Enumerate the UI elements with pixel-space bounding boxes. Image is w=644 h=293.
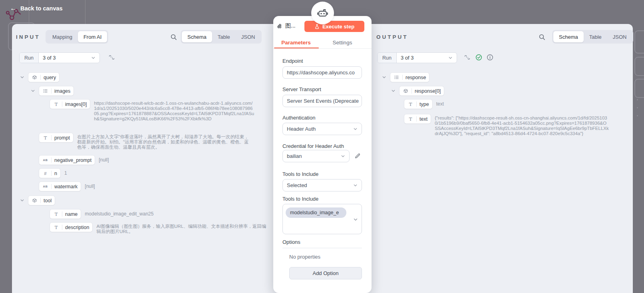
- field-name: prompt: [54, 135, 70, 141]
- credential-value: bailian: [287, 153, 302, 159]
- tab-input-table[interactable]: Table: [212, 31, 236, 42]
- tree-row-prompt[interactable]: Tprompt 在图片上方加入文字"你看这落叶，虽然离开了大树，却滋养了大地。每…: [39, 133, 253, 150]
- execute-step-label: Execute step: [322, 24, 354, 30]
- tree-row-n[interactable]: #n 1: [39, 169, 67, 178]
- chevron-down-icon: [353, 217, 358, 222]
- field-name: response[0]: [415, 88, 441, 94]
- text-type-icon: T: [53, 102, 59, 107]
- field-name: type: [419, 102, 429, 107]
- tree-row-response[interactable]: response: [382, 73, 429, 82]
- info-icon[interactable]: [487, 54, 493, 61]
- tree-row-response0[interactable]: response[0]: [391, 86, 444, 96]
- input-mode-toggle: Mapping From AI: [46, 30, 108, 44]
- options-divider: [282, 248, 362, 248]
- text-type-icon: T: [407, 102, 413, 107]
- tab-mapping[interactable]: Mapping: [47, 31, 78, 42]
- field-name: n: [54, 171, 57, 176]
- chevron-down-icon[interactable]: [391, 89, 396, 93]
- canvas-wire: [85, 0, 85, 24]
- authentication-select[interactable]: Header Auth: [282, 123, 362, 135]
- unlink-runs-icon[interactable]: [109, 54, 115, 60]
- input-view-switch: Schema Table JSON: [181, 30, 262, 44]
- canvas-node-ghost: [634, 57, 644, 76]
- endpoint-input[interactable]: https://dashscope.aliyuncs.co: [282, 66, 362, 79]
- text-type-icon: T: [42, 135, 48, 141]
- field-value: 在图片上方加入文字"你看这落叶，虽然离开了大树，却滋养了大地。每一次的结束，都是…: [77, 133, 253, 150]
- tab-output-json[interactable]: JSON: [607, 31, 632, 42]
- field-value: {"results": ["https://dashscope-result-s…: [435, 114, 609, 136]
- node-settings-dialog: 图... Execute step Parameters Settings En…: [273, 16, 372, 293]
- field-name: description: [65, 225, 89, 230]
- workflow-step-view: ← Back to canvas INPUT Mapping From AI S…: [0, 0, 644, 293]
- input-run-selector[interactable]: Run 3 of 3: [19, 52, 100, 63]
- output-run-selector[interactable]: Run 3 of 3: [377, 52, 457, 63]
- chevron-down-icon: [353, 127, 358, 131]
- credential-select[interactable]: bailian: [282, 150, 350, 162]
- chevron-down-icon[interactable]: [20, 75, 24, 80]
- input-search-icon[interactable]: [170, 34, 177, 40]
- node-title: 图...: [285, 22, 296, 30]
- field-name: images[0]: [65, 102, 87, 107]
- string-type-icon: AB: [42, 158, 48, 162]
- robot-icon: [316, 7, 329, 19]
- chevron-down-icon[interactable]: [31, 89, 35, 93]
- tree-row-type[interactable]: Ttype text: [404, 100, 444, 109]
- tree-row-text[interactable]: Ttext {"results": ["https://dashscope-re…: [404, 114, 609, 136]
- server-transport-label: Server Transport: [282, 86, 321, 92]
- add-option-label: Add Option: [312, 270, 338, 276]
- flask-icon: [314, 24, 320, 29]
- tools-multiselect[interactable]: modelstudio_image_e: [282, 204, 362, 234]
- field-value: 1: [64, 169, 67, 176]
- active-tab-underline: [274, 48, 319, 48]
- tab-input-json[interactable]: JSON: [236, 31, 261, 42]
- run-label: Run: [20, 53, 39, 63]
- tools-mode-label: Tools to Include: [282, 171, 318, 177]
- tree-row-tool[interactable]: tool: [20, 196, 55, 205]
- field-value: text: [436, 100, 444, 107]
- tab-parameters[interactable]: Parameters: [273, 37, 319, 48]
- output-run-value: 3 of 3: [397, 53, 448, 63]
- object-icon: [32, 75, 38, 80]
- field-name: negative_prompt: [54, 157, 91, 163]
- chevron-down-icon[interactable]: [20, 198, 24, 203]
- tree-row-images0[interactable]: Timages[0] https://dashscope-result-wlcb…: [50, 100, 254, 122]
- field-value: AI图像编辑（图生图）服务，输入原图URL、编辑功能、文本描述和分辨率，返回编辑…: [96, 223, 266, 234]
- unlink-runs-icon[interactable]: [464, 54, 470, 60]
- tab-input-schema[interactable]: Schema: [182, 31, 212, 42]
- tree-row-name[interactable]: Tname modelstudio_image_edit_wan25: [50, 209, 153, 219]
- tree-row-negative-prompt[interactable]: ABnegative_prompt [null]: [39, 155, 109, 165]
- canvas-wire: [29, 0, 29, 24]
- field-name: text: [419, 116, 427, 122]
- edit-credential-pencil-icon[interactable]: [354, 153, 361, 159]
- tab-output-schema[interactable]: Schema: [553, 31, 584, 42]
- node-icon-circle: [311, 2, 334, 24]
- run-label: Run: [378, 53, 397, 63]
- back-arrow-icon: ←: [10, 5, 17, 12]
- tab-from-ai[interactable]: From AI: [78, 31, 107, 42]
- chevron-down-icon: [448, 53, 457, 63]
- tree-row-description[interactable]: Tdescription AI图像编辑（图生图）服务，输入原图URL、编辑功能、…: [50, 223, 266, 234]
- tool-tag[interactable]: modelstudio_image_e: [286, 207, 346, 218]
- array-icon: [394, 75, 400, 80]
- endpoint-label: Endpoint: [282, 58, 303, 64]
- back-to-canvas-button[interactable]: ← Back to canvas: [10, 5, 63, 12]
- field-value: modelstudio_image_edit_wan25: [85, 209, 153, 217]
- tree-row-query[interactable]: query: [20, 73, 59, 82]
- chevron-down-icon: [353, 183, 358, 187]
- field-name: name: [65, 211, 78, 217]
- chevron-down-icon[interactable]: [382, 75, 386, 80]
- array-icon: [42, 89, 48, 93]
- field-value: [null]: [99, 155, 109, 163]
- tree-row-watermark[interactable]: ABwatermark [null]: [39, 182, 95, 191]
- tools-mode-select[interactable]: Selected: [282, 179, 362, 191]
- string-type-icon: AB: [42, 185, 48, 188]
- tab-settings[interactable]: Settings: [319, 37, 366, 48]
- tab-output-table[interactable]: Table: [584, 31, 607, 42]
- tree-row-images[interactable]: images: [31, 86, 74, 96]
- output-search-icon[interactable]: [539, 34, 545, 40]
- add-option-button[interactable]: Add Option: [289, 267, 362, 279]
- field-value: https://dashscope-result-wlcb-acdr-1.oss…: [94, 100, 254, 122]
- execute-step-button[interactable]: Execute step: [304, 21, 364, 32]
- canvas-node-ghost: [634, 30, 644, 54]
- server-transport-select[interactable]: Server Sent Events (Deprecate: [282, 95, 362, 107]
